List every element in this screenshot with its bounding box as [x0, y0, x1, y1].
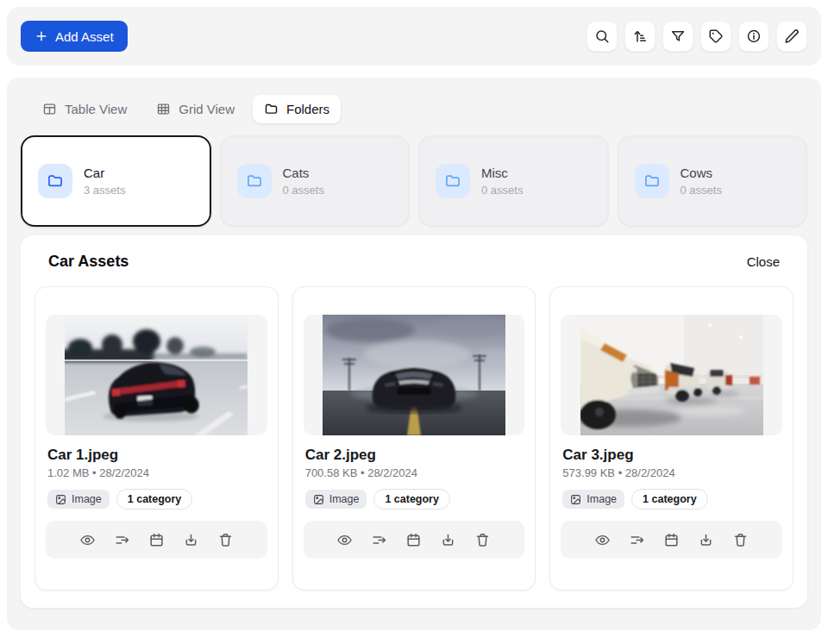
asset-filename: Car 2.jpeg [305, 446, 525, 464]
folder-card-text: Misc 0 assets [481, 166, 523, 197]
download-button[interactable] [182, 531, 199, 548]
asset-meta: 573.99 KB • 28/2/2024 [562, 466, 782, 480]
asset-meta: 1.02 MB • 28/2/2024 [47, 466, 267, 480]
tag-icon [708, 28, 724, 44]
assets-panel: Car Assets Close [21, 235, 807, 608]
folder-name: Cows [681, 166, 722, 182]
category-badge[interactable]: 1 category [116, 489, 193, 510]
info-button[interactable] [738, 21, 769, 52]
download-button[interactable] [440, 531, 457, 548]
preview-button[interactable] [594, 531, 612, 548]
classic-cars-photo [580, 315, 763, 435]
folder-icon [444, 172, 461, 190]
info-icon [746, 28, 762, 44]
tab-folders[interactable]: Folders [253, 95, 341, 123]
eye-icon [79, 532, 96, 548]
trash-icon [217, 532, 234, 548]
eye-icon [336, 532, 353, 548]
folder-card-misc[interactable]: Misc 0 assets [418, 135, 609, 227]
add-asset-label: Add Asset [55, 29, 114, 44]
folder-name: Car [84, 166, 125, 182]
table-icon [42, 102, 57, 116]
tag-button[interactable] [700, 21, 731, 52]
asset-action-bar [46, 521, 267, 559]
folder-icon-box [38, 164, 72, 198]
asset-thumbnail [304, 315, 525, 435]
calendar-button[interactable] [405, 531, 423, 548]
folder-count: 0 assets [283, 184, 324, 197]
tab-label: Folders [286, 102, 329, 116]
eye-icon [594, 532, 611, 548]
tab-table-view[interactable]: Table View [31, 95, 138, 123]
asset-card-car-2[interactable]: Car 2.jpeg 700.58 KB • 28/2/2024 Image 1… [292, 286, 536, 591]
image-icon [55, 494, 66, 505]
delete-button[interactable] [474, 531, 492, 548]
assign-button[interactable] [371, 531, 388, 548]
folder-count: 0 assets [681, 184, 722, 197]
asset-grid: Car 1.jpeg 1.02 MB • 28/2/2024 Image 1 c… [34, 286, 794, 591]
folder-card-text: Car 3 assets [84, 166, 125, 197]
assign-button[interactable] [113, 531, 130, 548]
tab-label: Grid View [179, 102, 235, 116]
folder-card-car[interactable]: Car 3 assets [21, 135, 211, 227]
folder-card-cats[interactable]: Cats 0 assets [220, 135, 411, 227]
badge-row: Image 1 category [305, 489, 525, 510]
assets-header: Car Assets Close [34, 253, 794, 271]
folder-name: Cats [283, 166, 324, 182]
search-icon [594, 28, 610, 44]
asset-thumbnail [46, 315, 267, 435]
asset-card-car-3[interactable]: Car 3.jpeg 573.99 KB • 28/2/2024 Image 1… [549, 286, 794, 591]
delete-button[interactable] [732, 531, 750, 548]
calendar-button[interactable] [663, 531, 681, 548]
type-badge-label: Image [586, 493, 617, 505]
pencil-icon [784, 28, 800, 44]
search-button[interactable] [586, 21, 618, 52]
edit-button[interactable] [776, 21, 807, 52]
tab-grid-view[interactable]: Grid View [145, 95, 246, 123]
folder-count: 0 assets [481, 184, 523, 197]
folder-count: 3 assets [84, 184, 125, 197]
type-badge: Image [562, 490, 624, 509]
asset-action-bar [561, 521, 782, 559]
asset-filename: Car 1.jpeg [47, 446, 267, 464]
asset-thumbnail [561, 315, 782, 435]
asset-meta: 700.58 KB • 28/2/2024 [305, 466, 525, 480]
tab-label: Table View [65, 102, 127, 116]
folder-icon [47, 172, 64, 190]
badge-row: Image 1 category [562, 489, 782, 510]
category-badge[interactable]: 1 category [631, 489, 708, 510]
folder-icon-box [635, 164, 669, 198]
assign-button[interactable] [629, 531, 646, 548]
assets-panel-title: Car Assets [48, 253, 129, 271]
car-rear-photo [65, 315, 248, 435]
add-asset-button[interactable]: Add Asset [21, 21, 128, 52]
folder-icon [264, 102, 279, 116]
calendar-button[interactable] [147, 531, 165, 548]
download-button[interactable] [698, 531, 715, 548]
delete-button[interactable] [216, 531, 234, 548]
folder-icon [246, 172, 263, 190]
download-icon [440, 532, 456, 548]
toolbar-icon-group [586, 21, 807, 52]
trash-icon [474, 532, 491, 548]
asset-card-car-1[interactable]: Car 1.jpeg 1.02 MB • 28/2/2024 Image 1 c… [34, 286, 279, 591]
filter-button[interactable] [662, 21, 693, 52]
folder-card-cows[interactable]: Cows 0 assets [618, 135, 808, 227]
sort-button[interactable] [624, 21, 656, 52]
sort-ascending-icon [632, 28, 648, 44]
assign-icon [371, 532, 387, 548]
category-badge[interactable]: 1 category [373, 489, 450, 510]
calendar-icon [148, 532, 165, 548]
asset-action-bar [304, 521, 525, 559]
trash-icon [732, 532, 749, 548]
folder-icon-box [237, 164, 272, 198]
plus-icon [34, 29, 48, 43]
preview-button[interactable] [78, 531, 96, 548]
main-panel: Table View Grid View Folders Car 3 asset… [7, 78, 821, 630]
calendar-icon [663, 532, 680, 548]
close-button[interactable]: Close [747, 254, 780, 269]
grid-icon [156, 102, 171, 116]
asset-filename: Car 3.jpeg [562, 446, 782, 464]
preview-button[interactable] [336, 531, 354, 548]
folder-icon [643, 172, 661, 190]
